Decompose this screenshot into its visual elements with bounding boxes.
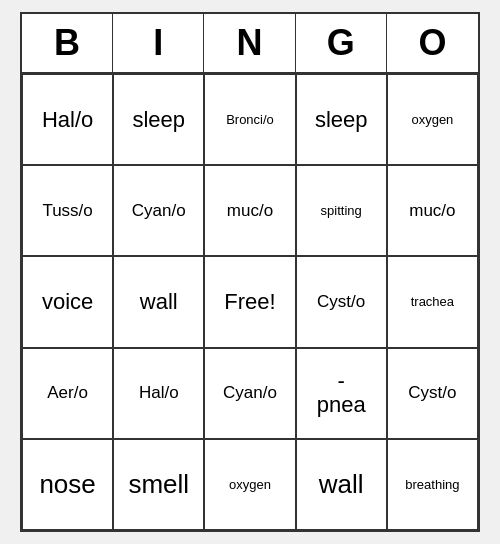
bingo-cell-5: Tuss/o (22, 165, 113, 256)
bingo-cell-15: Aer/o (22, 348, 113, 439)
bingo-cell-text-16: Hal/o (118, 383, 199, 403)
bingo-cell-2: Bronci/o (204, 74, 295, 165)
header-letter-N: N (204, 14, 295, 72)
bingo-cell-9: muc/o (387, 165, 478, 256)
bingo-cell-text-24: breathing (392, 477, 473, 492)
bingo-cell-text-20: nose (27, 469, 108, 500)
bingo-cell-text-17: Cyan/o (209, 383, 290, 403)
bingo-cell-24: breathing (387, 439, 478, 530)
bingo-cell-text-1: sleep (118, 107, 199, 133)
bingo-cell-text-6: Cyan/o (118, 201, 199, 221)
bingo-cell-text-23: wall (301, 469, 382, 500)
bingo-cell-text-12: Free! (209, 289, 290, 315)
bingo-cell-text-2: Bronci/o (209, 112, 290, 127)
bingo-cell-text-7: muc/o (209, 201, 290, 221)
bingo-cell-text-14: trachea (392, 294, 473, 309)
bingo-cell-16: Hal/o (113, 348, 204, 439)
bingo-header: BINGO (22, 14, 478, 74)
bingo-cell-text-18: - pnea (301, 369, 382, 417)
bingo-cell-19: Cyst/o (387, 348, 478, 439)
bingo-cell-text-22: oxygen (209, 477, 290, 492)
bingo-cell-text-13: Cyst/o (301, 292, 382, 312)
bingo-cell-text-3: sleep (301, 107, 382, 133)
bingo-cell-23: wall (296, 439, 387, 530)
bingo-cell-text-21: smell (118, 469, 199, 500)
bingo-cell-text-9: muc/o (392, 201, 473, 221)
bingo-cell-text-0: Hal/o (27, 107, 108, 133)
bingo-cell-4: oxygen (387, 74, 478, 165)
bingo-grid: Hal/osleepBronci/osleepoxygenTuss/oCyan/… (22, 74, 478, 530)
bingo-cell-8: spitting (296, 165, 387, 256)
bingo-cell-text-19: Cyst/o (392, 383, 473, 403)
bingo-cell-text-4: oxygen (392, 112, 473, 127)
bingo-cell-21: smell (113, 439, 204, 530)
bingo-cell-12: Free! (204, 256, 295, 347)
bingo-cell-3: sleep (296, 74, 387, 165)
bingo-cell-10: voice (22, 256, 113, 347)
header-letter-G: G (296, 14, 387, 72)
bingo-cell-text-5: Tuss/o (27, 201, 108, 221)
bingo-cell-text-11: wall (118, 289, 199, 315)
bingo-cell-7: muc/o (204, 165, 295, 256)
header-letter-B: B (22, 14, 113, 72)
bingo-cell-0: Hal/o (22, 74, 113, 165)
bingo-cell-11: wall (113, 256, 204, 347)
header-letter-I: I (113, 14, 204, 72)
bingo-cell-text-15: Aer/o (27, 383, 108, 403)
bingo-cell-13: Cyst/o (296, 256, 387, 347)
bingo-cell-14: trachea (387, 256, 478, 347)
bingo-cell-text-10: voice (27, 289, 108, 315)
bingo-cell-22: oxygen (204, 439, 295, 530)
bingo-cell-17: Cyan/o (204, 348, 295, 439)
bingo-cell-1: sleep (113, 74, 204, 165)
bingo-cell-20: nose (22, 439, 113, 530)
bingo-cell-18: - pnea (296, 348, 387, 439)
header-letter-O: O (387, 14, 478, 72)
bingo-cell-6: Cyan/o (113, 165, 204, 256)
bingo-cell-text-8: spitting (301, 203, 382, 218)
bingo-card: BINGO Hal/osleepBronci/osleepoxygenTuss/… (20, 12, 480, 532)
